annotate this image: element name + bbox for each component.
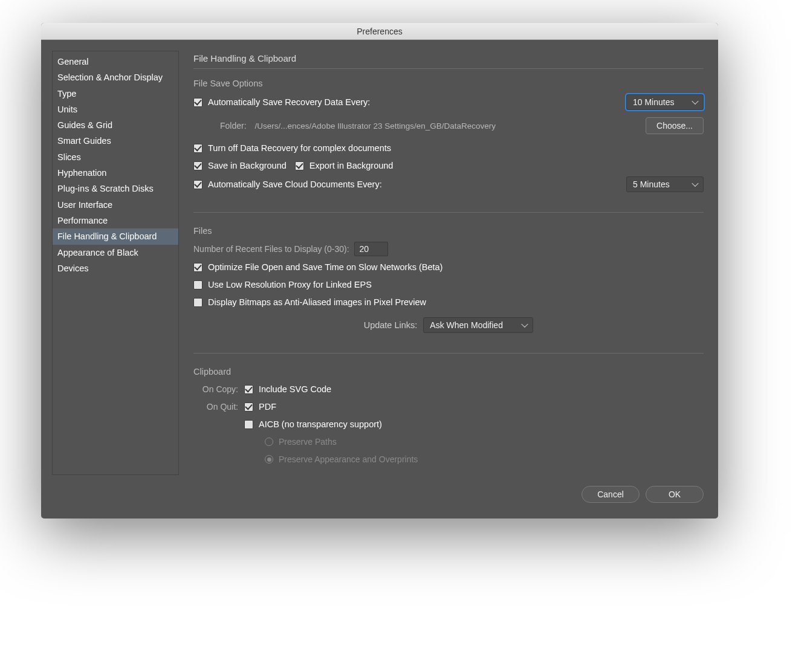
section-clipboard: Clipboard On Copy: Include SVG Code On Q…	[193, 367, 704, 475]
ok-button[interactable]: OK	[646, 486, 704, 503]
dialog-footer: Cancel OK	[41, 475, 718, 519]
checkbox-turn-off-recovery-complex[interactable]	[193, 144, 202, 153]
sidebar-item-general[interactable]: General	[53, 54, 178, 69]
label-optimize-slow-network: Optimize File Open and Save Time on Slow…	[208, 262, 442, 272]
label-auto-save-cloud: Automatically Save Cloud Documents Every…	[208, 179, 382, 189]
cancel-button[interactable]: Cancel	[582, 486, 640, 503]
radio-preserve-appearance[interactable]	[265, 455, 273, 464]
label-display-bitmaps-antialiased: Display Bitmaps as Anti-Aliased images i…	[208, 297, 426, 307]
sidebar-item-file-handling-clipboard[interactable]: File Handling & Clipboard	[53, 228, 178, 244]
label-auto-save-recovery: Automatically Save Recovery Data Every:	[208, 97, 370, 107]
input-recent-files[interactable]	[354, 242, 388, 256]
sidebar-item-hyphenation[interactable]: Hyphenation	[53, 165, 178, 181]
dropdown-update-links[interactable]: Ask When Modified	[423, 317, 533, 333]
sidebar-item-devices[interactable]: Devices	[53, 260, 178, 276]
sidebar-item-user-interface[interactable]: User Interface	[53, 197, 178, 213]
label-turn-off-recovery-complex: Turn off Data Recovery for complex docum…	[208, 143, 391, 153]
checkbox-aicb[interactable]	[244, 420, 253, 429]
checkbox-save-background[interactable]	[193, 161, 202, 170]
choose-folder-button[interactable]: Choose...	[646, 117, 704, 134]
sidebar: GeneralSelection & Anchor DisplayTypeUni…	[52, 51, 179, 475]
checkbox-low-res-proxy-eps[interactable]	[193, 280, 202, 289]
section-files: Files Number of Recent Files to Display …	[193, 226, 704, 354]
checkbox-display-bitmaps-antialiased[interactable]	[193, 298, 202, 307]
title-bar: Preferences	[41, 23, 718, 40]
sidebar-item-selection-anchor-display[interactable]: Selection & Anchor Display	[53, 69, 178, 85]
dropdown-auto-save-interval[interactable]: 10 Minutes	[626, 94, 704, 110]
label-low-res-proxy-eps: Use Low Resolution Proxy for Linked EPS	[208, 280, 372, 289]
sidebar-item-guides-grid[interactable]: Guides & Grid	[53, 117, 178, 133]
checkbox-export-background[interactable]	[295, 161, 304, 170]
section-title-files: Files	[193, 226, 704, 236]
label-save-background: Save in Background	[208, 161, 287, 170]
label-preserve-appearance: Preserve Appearance and Overprints	[279, 454, 418, 464]
main-panel: File Handling & Clipboard File Save Opti…	[193, 51, 707, 475]
checkbox-include-svg[interactable]	[244, 385, 253, 394]
radio-preserve-paths[interactable]	[265, 438, 273, 446]
preferences-dialog: Preferences GeneralSelection & Anchor Di…	[41, 23, 718, 519]
panel-title: File Handling & Clipboard	[193, 51, 704, 69]
label-update-links: Update Links:	[364, 320, 418, 330]
dropdown-auto-cloud-interval[interactable]: 5 Minutes	[626, 176, 704, 192]
checkbox-optimize-slow-network[interactable]	[193, 263, 202, 272]
section-file-save: File Save Options Automatically Save Rec…	[193, 79, 704, 213]
sidebar-item-smart-guides[interactable]: Smart Guides	[53, 133, 178, 149]
label-aicb: AICB (no transparency support)	[259, 419, 382, 429]
sidebar-item-plug-ins-scratch-disks[interactable]: Plug-ins & Scratch Disks	[53, 181, 178, 196]
label-on-copy: On Copy:	[193, 384, 238, 394]
checkbox-auto-save-cloud[interactable]	[193, 180, 202, 189]
checkbox-pdf[interactable]	[244, 402, 253, 412]
label-export-background: Export in Background	[309, 161, 394, 170]
sidebar-item-type[interactable]: Type	[53, 86, 178, 102]
section-title-clipboard: Clipboard	[193, 367, 704, 376]
sidebar-item-units[interactable]: Units	[53, 102, 178, 117]
sidebar-item-appearance-of-black[interactable]: Appearance of Black	[53, 245, 178, 260]
label-folder: Folder:	[220, 121, 247, 131]
label-recent-files: Number of Recent Files to Display (0-30)…	[193, 244, 349, 254]
sidebar-item-performance[interactable]: Performance	[53, 213, 178, 228]
label-preserve-paths: Preserve Paths	[279, 437, 337, 447]
label-on-quit: On Quit:	[193, 402, 238, 412]
dialog-title: Preferences	[357, 27, 402, 36]
folder-path: /Users/...ences/Adobe Illustrator 23 Set…	[255, 121, 496, 131]
checkbox-auto-save-recovery[interactable]	[193, 98, 202, 107]
label-include-svg: Include SVG Code	[259, 384, 331, 394]
sidebar-item-slices[interactable]: Slices	[53, 149, 178, 165]
section-title-file-save: File Save Options	[193, 79, 704, 88]
label-pdf: PDF	[259, 402, 276, 412]
